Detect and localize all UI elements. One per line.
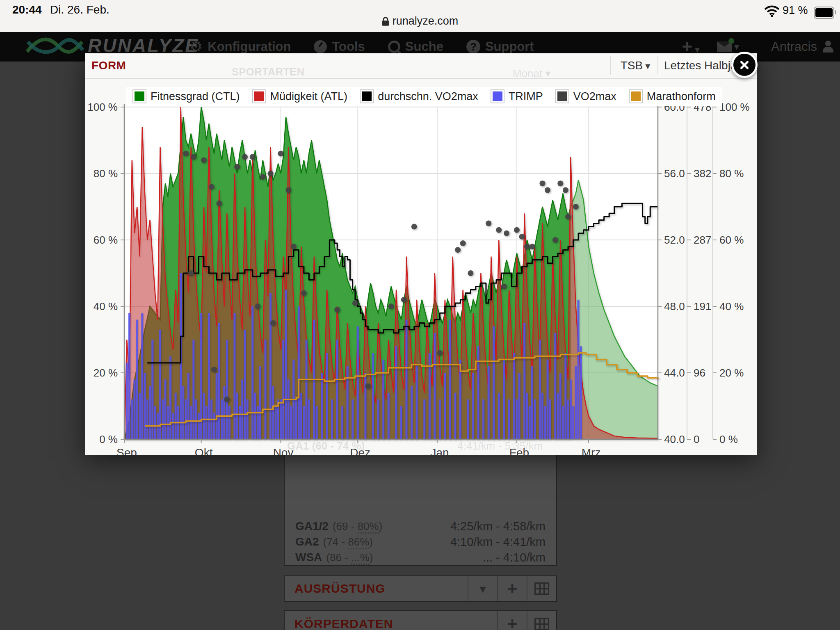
legend-swatch (629, 89, 643, 103)
legend-swatch (360, 89, 374, 103)
table-icon (534, 618, 549, 630)
notification-dot (728, 38, 734, 44)
nav-item-support[interactable]: ?Support (466, 39, 534, 54)
svg-text:60 %: 60 % (719, 234, 744, 246)
form-modal: SPORTARTEN Monat ▾ 50:24 km GA1 (60 - 74… (85, 53, 757, 455)
logo-swirl-icon (24, 34, 85, 57)
user-menu[interactable]: Antracis (771, 39, 834, 54)
zone-row: WSA (86 - ...%) ... - 4:10/km (285, 550, 556, 565)
svg-text:0 %: 0 % (719, 433, 738, 445)
svg-text:40.0: 40.0 (664, 433, 685, 445)
ghost-sportarten: SPORTARTEN (232, 66, 304, 78)
svg-text:Nov: Nov (273, 446, 294, 455)
bodydata-title[interactable]: KÖRPERDATEN (294, 617, 393, 630)
bodydata-panel: KÖRPERDATEN + 77.8kg Gewicht 60bpm Ruhep… (284, 610, 557, 630)
wifi-icon (764, 5, 780, 19)
svg-text:40 %: 40 % (94, 300, 118, 313)
search-icon (388, 41, 400, 53)
chart-legend: Fitnessgrad (CTL) Müdigkeit (ATL) durchs… (126, 87, 722, 106)
user-icon (822, 41, 834, 53)
svg-text:56.0: 56.0 (664, 167, 685, 180)
svg-text:44.0: 44.0 (664, 367, 685, 379)
legend-item: Marathonform (629, 89, 716, 103)
bodydata-table-button[interactable] (527, 611, 556, 630)
svg-text:80 %: 80 % (719, 167, 744, 180)
messages-button[interactable] (705, 41, 739, 52)
legend-item: Müdigkeit (ATL) (252, 89, 348, 103)
zone-tooltip-trigger[interactable]: 86% (348, 536, 369, 549)
svg-text:20 %: 20 % (94, 367, 118, 379)
legend-item: VO2max (555, 89, 616, 103)
modal-title: FORM (91, 59, 126, 72)
svg-text:Mrz: Mrz (582, 446, 601, 455)
collapse-button[interactable] (468, 576, 497, 601)
add-bodydata-button[interactable]: + (497, 611, 527, 630)
svg-text:0 %: 0 % (99, 433, 118, 445)
svg-text:80 %: 80 % (94, 167, 118, 180)
battery-percent: 91 % (783, 4, 808, 17)
gauge-icon (314, 40, 327, 53)
svg-text:Dez: Dez (350, 446, 370, 455)
nav-item-suche[interactable]: Suche (388, 39, 443, 54)
zone-row: GA1/2 (69 - 80%) 4:25/km - 4:58/km (285, 518, 556, 534)
ios-status-bar: 20:44 Di. 26. Feb. runalyze.com 91 % (0, 0, 840, 32)
table-icon (534, 582, 549, 595)
svg-text:20 %: 20 % (719, 367, 744, 379)
legend-swatch (132, 89, 146, 103)
equipment-title[interactable]: AUSRÜSTUNG (294, 582, 386, 596)
svg-text:52.0: 52.0 (664, 234, 685, 246)
form-chart[interactable]: 100 %60.0478100 %80 %56.038280 %60 %52.0… (85, 78, 757, 455)
svg-text:0: 0 (694, 433, 699, 445)
svg-text:100 %: 100 % (87, 101, 118, 113)
lock-icon (382, 16, 389, 26)
help-icon: ? (466, 40, 480, 54)
svg-text:48.0: 48.0 (664, 300, 685, 313)
svg-text:60 %: 60 % (94, 234, 118, 246)
zone-tooltip-trigger[interactable]: ...% (351, 551, 370, 565)
legend-item: durchschn. VO2max (360, 89, 478, 103)
legend-swatch (555, 89, 569, 103)
nav-item-tools[interactable]: Tools (314, 39, 365, 54)
svg-text:382: 382 (694, 167, 711, 180)
svg-text:Okt: Okt (195, 446, 213, 455)
metric-dropdown[interactable]: TSB (615, 53, 656, 78)
svg-text:100 %: 100 % (719, 101, 750, 113)
legend-swatch (491, 89, 504, 103)
modal-header: FORM TSB Letztes Halbjahr (85, 53, 757, 79)
gear-icon (189, 38, 203, 55)
username: Antracis (771, 39, 817, 54)
zone-row: GA2 (74 - 86%) 4:10/km - 4:41/km (285, 534, 556, 550)
svg-text:191: 191 (694, 300, 711, 313)
mail-icon (717, 41, 732, 52)
zone-tooltip-trigger[interactable]: 80% (358, 520, 379, 534)
battery-icon (814, 7, 834, 19)
add-equipment-button[interactable]: + (497, 576, 527, 601)
legend-item: TRIMP (491, 89, 543, 103)
close-button[interactable] (731, 52, 758, 78)
table-view-button[interactable] (527, 576, 556, 601)
legend-swatch (252, 89, 266, 103)
url-bar[interactable]: runalyze.com (0, 15, 840, 27)
svg-text:Sep: Sep (116, 446, 137, 455)
nav-item-konfiguration[interactable]: Konfiguration (189, 38, 291, 55)
svg-text:287: 287 (694, 234, 711, 246)
legend-item: Fitnessgrad (CTL) (132, 89, 240, 103)
svg-text:Jan: Jan (431, 446, 449, 455)
svg-text:40 %: 40 % (719, 300, 744, 313)
equipment-panel: AUSRÜSTUNG + (284, 575, 557, 602)
svg-text:Feb: Feb (509, 446, 529, 455)
svg-text:96: 96 (694, 367, 705, 379)
